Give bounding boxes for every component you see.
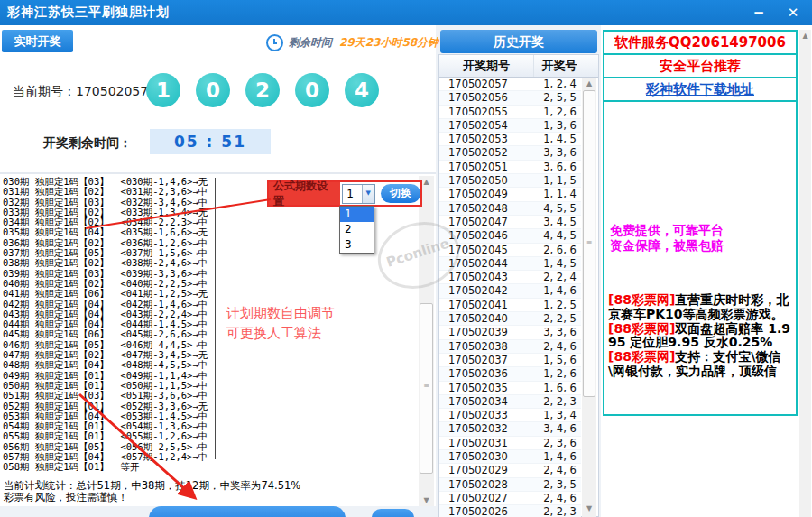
history-row: 1705020523, 3, 6 (439, 146, 581, 160)
cell: 2, 4, 6 (539, 340, 581, 353)
scroll-up-icon[interactable]: ▲ (582, 78, 596, 89)
history-row: 1705020301, 4, 6 (439, 450, 581, 464)
draw-ball: 4 (345, 73, 379, 107)
cell: 170502048 (439, 202, 539, 215)
plan-scrollbar-thumb[interactable]: ≡ (420, 303, 433, 474)
scrollbar-grip-icon: ≡ (420, 382, 432, 390)
cell: 170502038 (439, 340, 539, 353)
history-row: 1705020382, 4, 6 (439, 340, 581, 354)
remaining-time-label: 剩余时间 (289, 35, 332, 51)
history-row: 1705020513, 6, 6 (439, 161, 581, 174)
dropdown-option[interactable]: 2 (340, 222, 374, 237)
cell: 2, 5, 5 (539, 91, 581, 104)
safe-platform-label: 安全平台推荐 (604, 55, 796, 78)
history-row: 1705020361, 2, 6 (439, 367, 581, 381)
cell: 1, 4, 6 (539, 284, 581, 297)
promo-slogan-line: 资金保障，被黑包赔 (610, 238, 724, 254)
promo-ad-line: [88彩票网]直营重庆时时彩，北京赛车PK10等高频彩票游戏。 (608, 293, 792, 322)
promo-ad-line: [88彩票网]双面盘超高赔率 1.995 定位胆9.95 反水0.25% (608, 322, 792, 351)
history-row: 1705020551, 2, 6 (439, 106, 581, 119)
cell: 170502044 (439, 257, 539, 270)
history-row: 1705020292, 4, 6 (439, 464, 581, 477)
cell: 3, 6, 6 (539, 161, 581, 173)
history-row: 1705020432, 2, 4 (439, 271, 581, 284)
history-row: 1705020323, 4, 6 (439, 422, 581, 436)
cell: 2, 2, 3 (539, 505, 581, 517)
cell: 2, 2, 3 (539, 395, 581, 408)
scroll-down-icon[interactable]: ▼ (582, 503, 596, 514)
annotation-note: 计划期数自由调节 可更换人工算法 (226, 303, 335, 343)
draw-ball: 2 (245, 73, 280, 107)
dropdown-selected-value: 1 (343, 188, 362, 200)
cell: 170502035 (439, 382, 539, 394)
history-rows: 1705020571, 2, 41705020562, 5, 517050205… (439, 78, 581, 517)
cell: 170502039 (439, 326, 539, 338)
cell: 2, 2, 5 (539, 312, 581, 325)
scrollbar-grip-icon: ≡ (584, 238, 595, 246)
cell: 1, 2, 6 (539, 106, 581, 118)
cell: 170502036 (439, 367, 539, 380)
countdown-label: 开奖剩余时间： (43, 135, 132, 152)
countdown-value: 05 : 51 (150, 129, 271, 154)
history-row: 1705020491, 1, 4 (439, 188, 581, 201)
history-row: 1705020441, 4, 5 (439, 257, 581, 271)
history-row: 1705020531, 4, 5 (439, 133, 581, 146)
cell: 1, 1, 5 (539, 174, 581, 187)
cell: 1, 2, 6 (539, 367, 581, 380)
history-row: 1705020331, 3, 4 (439, 409, 581, 422)
cell: 170502053 (439, 133, 539, 145)
draw-ball: 0 (295, 73, 329, 107)
history-scrollbar[interactable]: ▲ ≡ ▼ (582, 78, 596, 517)
tab-live-draw[interactable]: 实时开奖 (2, 30, 73, 52)
cell: 3, 4, 5 (539, 216, 581, 228)
cell: 3, 4, 6 (539, 422, 581, 435)
dropdown-option[interactable]: 3 (340, 237, 374, 253)
remaining-time-group: 剩余时间 29天23小时58分钟 (266, 35, 438, 50)
close-button[interactable]: ✕ (780, 0, 807, 25)
promo-ad-line: [88彩票网]支持：支付宝\微信\网银付款，实力品牌，顶级信 (608, 350, 792, 379)
scroll-up-icon[interactable]: ▲ (799, 30, 811, 42)
promo-ads: [88彩票网]直营重庆时时彩，北京赛车PK10等高频彩票游戏。[88彩票网]双面… (608, 293, 792, 379)
plan-line: 058期 独胆定1码【01】 等开 (3, 462, 418, 472)
history-row: 1705020411, 2, 5 (439, 299, 581, 312)
history-row: 1705020272, 4, 6 (439, 492, 581, 505)
start-plan-button[interactable] (149, 506, 346, 517)
promo-slogan: 免费提供，可靠平台 资金保障，被黑包赔 (610, 223, 724, 254)
secondary-button[interactable] (372, 509, 414, 517)
app-window: 彩神江苏快三平刷独胆计划 − ✕ 实时开奖 剩余时间 29天23小时58分钟 当… (0, 0, 812, 517)
scroll-down-icon[interactable]: ▼ (419, 494, 434, 506)
divider (0, 172, 436, 174)
formula-period-dropdown[interactable]: 1 ▼ (342, 184, 375, 204)
cell: 170502030 (439, 450, 539, 463)
cell: 4, 4, 5 (539, 229, 581, 242)
history-row: 1705020282, 3, 5 (439, 478, 581, 492)
history-panel-title: 历史开奖 (440, 30, 597, 53)
plan-line: 041期 独胆定1码【06】 <041期-1,2,5>→无 (3, 289, 418, 299)
dropdown-option[interactable]: 1 (340, 207, 374, 222)
promo-scrollbar[interactable]: ▲ (799, 30, 811, 517)
cell: 3, 3, 6 (539, 146, 581, 159)
chevron-down-icon[interactable]: ▼ (362, 185, 374, 203)
cell: 1, 2, 5 (539, 299, 581, 311)
cell: 4, 5, 5 (539, 202, 581, 215)
history-row: 1705020262, 2, 3 (439, 505, 581, 517)
cell: 2, 4, 6 (539, 464, 581, 476)
cell: 170502034 (439, 395, 539, 408)
history-row: 1705020393, 3, 6 (439, 326, 581, 339)
cell: 170502043 (439, 271, 539, 283)
col-issue-header: 开奖期号 (439, 55, 534, 77)
history-row: 1705020421, 4, 6 (439, 284, 581, 298)
ad-site-tag: [88彩票网] (608, 321, 675, 336)
cell: 1, 1, 4 (539, 188, 581, 200)
history-scrollbar-thumb[interactable]: ≡ (583, 90, 595, 397)
download-link[interactable]: 彩神软件下载地址 (604, 78, 796, 102)
history-table: 开奖期号 开奖号 1705020571, 2, 41705020562, 5, … (438, 54, 599, 517)
switch-button[interactable]: 切换 (381, 184, 420, 203)
cell: 170502052 (439, 146, 539, 159)
minimize-button[interactable]: − (745, 0, 772, 25)
history-row: 1705020473, 4, 5 (439, 216, 581, 229)
plan-scrollbar[interactable]: ▲ ≡ ▼ (419, 176, 434, 506)
draw-balls: 10204 (146, 73, 379, 107)
history-row: 1705020464, 4, 5 (439, 229, 581, 243)
history-row: 1705020351, 6, 6 (439, 382, 581, 395)
